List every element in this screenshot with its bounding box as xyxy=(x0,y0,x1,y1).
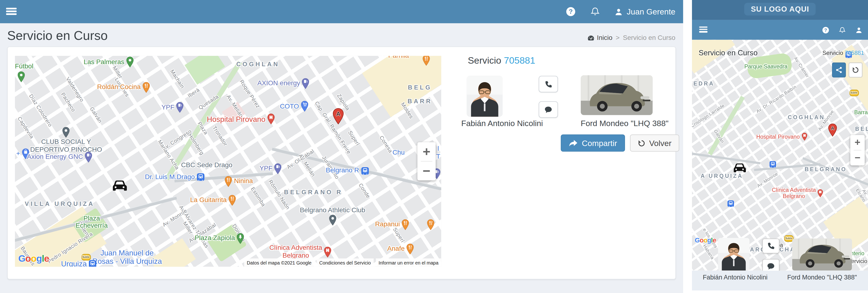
poi-pin-icon xyxy=(302,78,310,89)
mobile-call-button[interactable] xyxy=(762,238,779,253)
map-label: CLUB SOCIAL Y DEPORTIVO PINOCHO xyxy=(30,127,102,154)
poi-pin-icon xyxy=(274,163,282,174)
help-icon[interactable]: ? xyxy=(566,7,576,17)
service-info-panel: Servicio 705881 Fabián Antonio Nicolini … xyxy=(464,47,682,279)
driver-portrait xyxy=(467,76,503,117)
mobile-names-band: Fabián Antonio Nicolini Ford Mondeo "LHQ… xyxy=(692,271,868,291)
map-label: Belgrano Athletic Club xyxy=(300,206,365,226)
google-logo[interactable]: Google xyxy=(695,236,716,244)
poi-pin-icon xyxy=(422,56,430,66)
zoom-out-button[interactable]: − xyxy=(850,151,865,165)
vehicle-marker xyxy=(732,162,747,173)
zoom-in-button[interactable]: + xyxy=(417,142,436,161)
poi-pin-icon xyxy=(301,101,308,112)
map-label: Parrilla xyxy=(388,56,409,60)
map-label: YPF xyxy=(259,163,282,174)
service-id-link[interactable]: 705881 xyxy=(504,55,535,66)
vehicle-name: Ford Mondeo "LHQ 388" xyxy=(581,119,653,128)
map-label: COTO xyxy=(280,101,308,112)
poi-pin-icon xyxy=(427,219,434,230)
zoom-out-button[interactable]: − xyxy=(417,161,436,180)
map-label: BELGRANO xyxy=(805,166,847,172)
navbar-right: ? Juan Gerente xyxy=(566,0,675,23)
map-label: YPF xyxy=(161,102,184,113)
mobile-vehicle-photo xyxy=(792,238,852,270)
top-navbar: ? Juan Gerente xyxy=(0,0,683,23)
map-label: BEL xyxy=(855,126,868,132)
share-button[interactable]: Compartir xyxy=(561,134,625,152)
map-label: Chu xyxy=(393,149,405,157)
vehicle-picture xyxy=(792,238,852,270)
share-arrow-icon xyxy=(568,139,578,147)
poi-pin-icon xyxy=(62,127,70,138)
message-driver-button[interactable] xyxy=(538,101,558,118)
dashboard-icon xyxy=(587,35,595,41)
svg-text:H: H xyxy=(270,115,273,120)
comment-icon xyxy=(767,263,775,270)
mobile-vehicle-name: Ford Mondeo "LHQ 388" xyxy=(781,273,864,282)
svg-text:?: ? xyxy=(569,8,573,15)
poi-pin-icon: H xyxy=(817,189,823,198)
svg-text:?: ? xyxy=(824,27,827,33)
train-station-icon xyxy=(196,173,205,181)
user-icon xyxy=(615,7,623,16)
service-heading: Servicio 705881 xyxy=(468,55,535,66)
vehicle-marker xyxy=(111,179,128,192)
svg-text:A: A xyxy=(831,125,835,131)
poi-pin-icon xyxy=(85,152,92,163)
mobile-header: SU LOGO AQUI xyxy=(692,0,868,20)
svg-text:H: H xyxy=(327,248,329,252)
phone-icon xyxy=(544,80,553,88)
mobile-help-icon[interactable]: ? xyxy=(822,26,829,33)
mobile-bell-icon[interactable] xyxy=(839,26,846,33)
phone-icon xyxy=(767,242,775,250)
google-map[interactable]: + − Google Datos del mapa ©2021 GoogleCo… xyxy=(15,56,441,267)
poi-pin-icon: H xyxy=(267,113,275,125)
map-label: Belgrano R xyxy=(326,167,369,175)
breadcrumb-home[interactable]: Inicio xyxy=(587,34,612,41)
mobile-share-button[interactable] xyxy=(832,62,846,77)
destination-a-marker-icon: A xyxy=(828,123,837,136)
mobile-sidebar-toggle[interactable] xyxy=(699,27,707,33)
breadcrumb-current: Servicio en Curso xyxy=(623,34,675,41)
back-button[interactable]: Volver xyxy=(630,134,679,152)
map-label: AXION energy xyxy=(257,78,310,89)
destination-a-marker-icon: A xyxy=(332,107,344,124)
notifications-bell-icon[interactable] xyxy=(590,7,600,17)
pin-map-icon xyxy=(422,56,430,66)
call-driver-button[interactable] xyxy=(538,76,558,92)
attribution-link[interactable]: Informar un error en el mapa xyxy=(376,258,441,267)
google-logo[interactable]: Google xyxy=(18,253,49,264)
map-label: Plaza Zapiola xyxy=(195,233,244,244)
svg-text:A: A xyxy=(336,110,340,117)
map-attribution: Datos del mapa ©2021 GoogleCondiciones d… xyxy=(244,258,441,267)
mobile-back-button[interactable] xyxy=(849,62,863,77)
mobile-user-icon[interactable] xyxy=(855,26,862,33)
driver-portrait xyxy=(718,238,750,270)
breadcrumb-separator: > xyxy=(616,34,620,41)
map-label: COGHLAN xyxy=(788,114,825,120)
map-label: Parque Saavedra xyxy=(744,63,787,70)
attribution-link[interactable]: Condiciones del Servicio xyxy=(316,258,373,267)
poi-pin-icon xyxy=(228,195,236,206)
zoom-in-button[interactable]: + xyxy=(850,135,865,150)
vehicle-photo xyxy=(581,75,653,115)
map-label: Barra xyxy=(854,109,868,116)
mobile-driver-photo xyxy=(718,238,750,270)
train-station-icon xyxy=(361,167,369,175)
map-label: l T xyxy=(436,145,440,160)
map-label: Urquiza xyxy=(61,260,97,267)
car-icon xyxy=(111,179,128,192)
sidebar-toggle-button[interactable] xyxy=(6,8,17,16)
map-label: Anafe xyxy=(387,243,414,254)
poi-pin-icon xyxy=(224,176,232,187)
destination-marker-a: A xyxy=(332,107,344,124)
mobile-service-heading: Servicio 705881 xyxy=(823,49,864,56)
train-station-icon xyxy=(769,161,777,168)
mobile-navbar: ? xyxy=(692,20,868,40)
map-label: Dr. Luis M.Drago xyxy=(145,173,205,181)
mobile-service-id-link[interactable]: 705881 xyxy=(845,49,864,56)
map-label: Rapanui xyxy=(375,219,409,230)
user-menu[interactable]: Juan Gerente xyxy=(615,7,675,16)
undo-icon xyxy=(638,139,645,147)
